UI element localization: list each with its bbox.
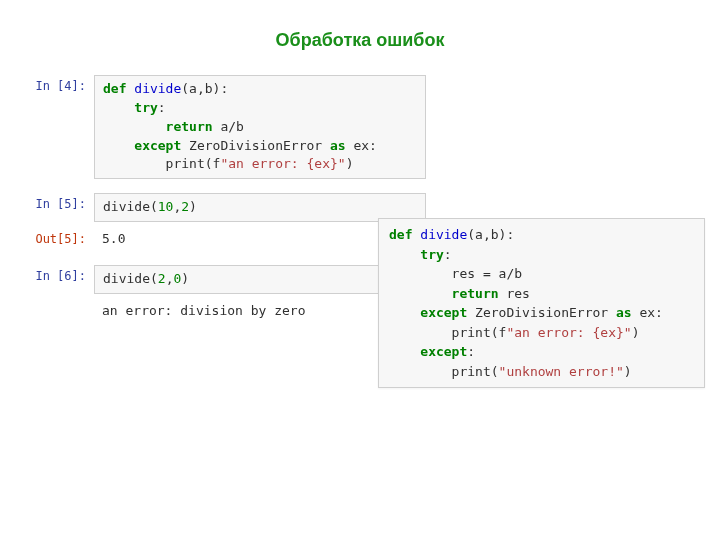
num-10: 10: [158, 199, 174, 214]
var: res: [506, 286, 529, 301]
output-5: 5.0: [94, 228, 426, 251]
print-call: print(f: [389, 325, 506, 340]
num-2: 2: [158, 271, 166, 286]
print-call: print(f: [103, 156, 220, 171]
assign: res = a/b: [389, 266, 522, 281]
paren: ): [624, 364, 632, 379]
paren: ): [189, 199, 197, 214]
kw-except-bare: except: [389, 344, 467, 359]
num-2: 2: [181, 199, 189, 214]
cell-in-4: In [4]: def divide(a,b): try: return a/b…: [26, 75, 426, 179]
kw-as: as: [330, 138, 353, 153]
colon: :: [158, 100, 166, 115]
fstring: "an error: {ex}": [506, 325, 631, 340]
code-in-5: divide(10,2): [94, 193, 426, 222]
prompt-empty: [26, 300, 94, 304]
cell-stdout-6: an error: division by zero: [26, 300, 426, 323]
colon: :: [467, 344, 475, 359]
expr: a/b: [220, 119, 243, 134]
exc-var: ex:: [639, 305, 662, 320]
func-name: divide: [420, 227, 467, 242]
call: divide(: [103, 199, 158, 214]
stdout-6: an error: division by zero: [94, 300, 426, 323]
code-in-6: divide(2,0): [94, 265, 426, 294]
side-code-box: def divide(a,b): try: res = a/b return r…: [378, 218, 705, 388]
exc-type: ZeroDivisionError: [475, 305, 616, 320]
exc-type: ZeroDivisionError: [189, 138, 330, 153]
sig: (a,b):: [181, 81, 228, 96]
kw-try: try: [103, 100, 158, 115]
prompt-in-5: In [5]:: [26, 193, 94, 211]
cell-in-5: In [5]: divide(10,2): [26, 193, 426, 222]
fstring: "an error: {ex}": [220, 156, 345, 171]
string: "unknown error!": [499, 364, 624, 379]
kw-def: def: [103, 81, 134, 96]
paren: ): [181, 271, 189, 286]
kw-return: return: [389, 286, 506, 301]
print-call: print(: [389, 364, 499, 379]
func-name: divide: [134, 81, 181, 96]
kw-as: as: [616, 305, 639, 320]
prompt-in-4: In [4]:: [26, 75, 94, 93]
notebook-area: In [4]: def divide(a,b): try: return a/b…: [26, 75, 426, 337]
call: divide(: [103, 271, 158, 286]
prompt-out-5: Out[5]:: [26, 228, 94, 246]
kw-except: except: [389, 305, 475, 320]
exc-var: ex:: [353, 138, 376, 153]
colon: :: [444, 247, 452, 262]
kw-except: except: [103, 138, 189, 153]
kw-try: try: [389, 247, 444, 262]
code-in-4: def divide(a,b): try: return a/b except …: [94, 75, 426, 179]
page-title: Обработка ошибок: [0, 30, 720, 51]
paren: ): [632, 325, 640, 340]
paren: ): [346, 156, 354, 171]
cell-in-6: In [6]: divide(2,0): [26, 265, 426, 294]
prompt-in-6: In [6]:: [26, 265, 94, 283]
kw-return: return: [103, 119, 220, 134]
kw-def: def: [389, 227, 420, 242]
sig: (a,b):: [467, 227, 514, 242]
cell-out-5: Out[5]: 5.0: [26, 228, 426, 251]
